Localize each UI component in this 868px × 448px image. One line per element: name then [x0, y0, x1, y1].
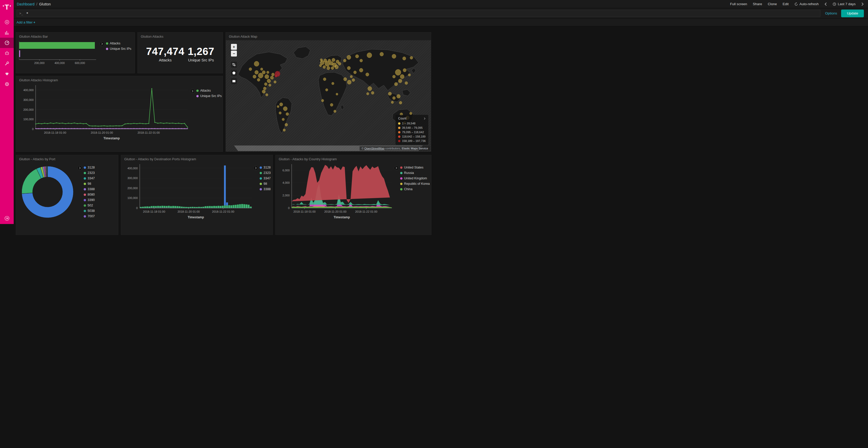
legend-item[interactable]: 3347 [259, 176, 271, 180]
svg-text:0: 0 [32, 128, 34, 131]
legend-color-dot [84, 177, 86, 180]
legend-label: 3128 [264, 166, 271, 169]
legend-toggle-button[interactable] [78, 166, 82, 170]
svg-text:2,000: 2,000 [282, 194, 289, 197]
legend-toggle-button[interactable] [190, 89, 195, 94]
legend-color-dot [400, 183, 402, 185]
legend-item[interactable]: Attacks [106, 41, 131, 45]
panel-attacks-histogram: Glutton Attacks Histogram 0100,000200,00… [16, 76, 223, 152]
legend-item[interactable]: 2323 [259, 171, 271, 175]
legend-item[interactable]: 3128 [259, 166, 271, 169]
sidebar-collapse-button[interactable] [0, 216, 14, 221]
panel-attack-map: Glutton Attack Map + − Count [225, 32, 431, 152]
legend-item[interactable]: 3128 [84, 166, 95, 169]
legend-color-dot [196, 95, 199, 97]
legend-item[interactable]: 5038 [84, 209, 95, 213]
legend-item[interactable]: 98 [259, 182, 271, 185]
legend-item[interactable]: 1 – 39,548 [398, 122, 426, 125]
svg-text:400,000: 400,000 [127, 167, 138, 170]
attacks-bar-chart[interactable]: 200,000400,000600,000 [18, 39, 100, 67]
legend-item[interactable]: Republic of Korea [400, 182, 430, 185]
sidebar-item-management[interactable] [0, 79, 14, 89]
map-zoom-out-button[interactable]: − [231, 50, 237, 57]
sidebar-item-monitoring[interactable] [0, 69, 14, 79]
legend-item[interactable]: 3388 [259, 187, 271, 191]
legend-item[interactable]: 7007 [84, 214, 95, 218]
legend-item[interactable]: 8080 [84, 193, 95, 196]
country-histogram-chart[interactable]: 02,0004,0006,0002018-11-18 01:002018-11-… [277, 162, 394, 224]
legend-item[interactable]: Unique Src IPs [196, 94, 222, 98]
legend-label: 2323 [264, 171, 271, 175]
legend-toggle-button[interactable] [100, 41, 104, 46]
sidebar-item-discover[interactable] [0, 17, 14, 27]
legend-item[interactable]: Attacks [196, 89, 222, 92]
legend-label: United States [404, 166, 424, 169]
map-legend-title: Count [398, 117, 406, 120]
svg-text:100,000: 100,000 [23, 118, 34, 121]
compass-icon [4, 20, 9, 25]
legend-item[interactable]: United Kingdom [400, 176, 430, 180]
legend-color-dot [84, 183, 86, 185]
legend-item[interactable]: Russia [400, 171, 430, 175]
map-polygon-tool-button[interactable] [231, 70, 237, 76]
legend-item[interactable]: 39,548 – 79,095 [398, 126, 426, 129]
legend-toggle-button[interactable] [253, 166, 258, 170]
legend-item[interactable]: 3347 [84, 176, 95, 180]
legend-item[interactable]: 98 [84, 182, 95, 185]
chart-legend: 3128232333479833888080339050250387007 [84, 166, 95, 220]
chevron-right-icon [424, 117, 426, 120]
sidebar-item-timelion[interactable] [0, 48, 14, 58]
svg-text:6,000: 6,000 [282, 169, 289, 172]
map-legend-items: 1 – 39,54839,548 – 79,09579,095 – 118,64… [398, 122, 426, 144]
map-crop-tool-button[interactable] [231, 62, 237, 68]
map-legend[interactable]: Count 1 – 39,54839,548 – 79,09579,095 – … [396, 115, 428, 145]
breadcrumb-dashboard-link[interactable]: Dashboard [17, 2, 35, 6]
wrench-icon [4, 61, 9, 66]
sidebar-item-dashboard[interactable] [0, 38, 14, 48]
attacks-by-port-donut[interactable] [18, 162, 75, 221]
legend-color-dot [84, 215, 86, 217]
legend-item[interactable]: 3388 [84, 187, 95, 191]
legend-item[interactable]: 502 [84, 204, 95, 207]
attack-map[interactable]: + − Count 1 – 39,54839,548 – 79,09 [226, 40, 431, 151]
attacks-histogram-chart[interactable]: 0100,000200,000300,000400,0002018-11-18 … [18, 83, 190, 149]
legend-item[interactable]: China [400, 187, 430, 191]
query-input[interactable]: >_ * [17, 10, 434, 17]
legend-color-dot [84, 210, 86, 212]
metric-value: 1,267 [188, 46, 214, 57]
legend-color-dot [84, 199, 86, 201]
logo-letter: T [5, 4, 9, 11]
map-rectangle-tool-button[interactable] [231, 78, 237, 84]
ports-histogram-chart[interactable]: 0100,000200,000300,000400,0002018-11-18 … [123, 162, 253, 224]
legend-item[interactable]: 118,642 – 158,189 [398, 135, 426, 138]
legend-item[interactable]: 158,189 – 197,736 [398, 139, 426, 142]
svg-text:2018-11-18 01:00: 2018-11-18 01:00 [293, 210, 316, 213]
query-bar: >_ * Options Update [14, 8, 434, 18]
legend-label: 3388 [88, 187, 95, 191]
panel-title: Glutton - Attacks by Country Histogram [276, 155, 431, 162]
legend-item[interactable]: United States [400, 166, 430, 169]
svg-text:200,000: 200,000 [34, 61, 45, 65]
svg-text:200,000: 200,000 [23, 108, 34, 111]
legend-item[interactable]: 3390 [84, 198, 95, 202]
legend-toggle-button[interactable] [394, 166, 399, 170]
legend-color-dot [398, 136, 400, 138]
brand-logo[interactable]: T [0, 0, 14, 14]
legend-item[interactable]: Unique Src IPs [106, 47, 131, 50]
legend-label: Unique Src IPs [110, 47, 131, 50]
app-sidebar: T [0, 0, 14, 224]
bar-chart-icon [4, 30, 9, 35]
sidebar-item-visualize[interactable] [0, 27, 14, 38]
gear-icon [4, 81, 9, 87]
add-filter-link[interactable]: Add a filter+ [17, 21, 35, 24]
legend-item[interactable]: 2323 [84, 171, 95, 175]
openstreetmap-link[interactable]: OpenStreetMap [365, 147, 385, 150]
panel-title: Glutton Attack Map [226, 33, 431, 39]
chevron-right-icon [191, 90, 194, 93]
legend-label: 3347 [88, 176, 95, 180]
sidebar-item-dev-tools[interactable] [0, 58, 14, 69]
map-zoom-in-button[interactable]: + [231, 44, 237, 50]
dashboard-gauge-icon [4, 40, 9, 45]
legend-color-dot [400, 177, 402, 180]
legend-item[interactable]: 79,095 – 118,642 [398, 131, 426, 134]
